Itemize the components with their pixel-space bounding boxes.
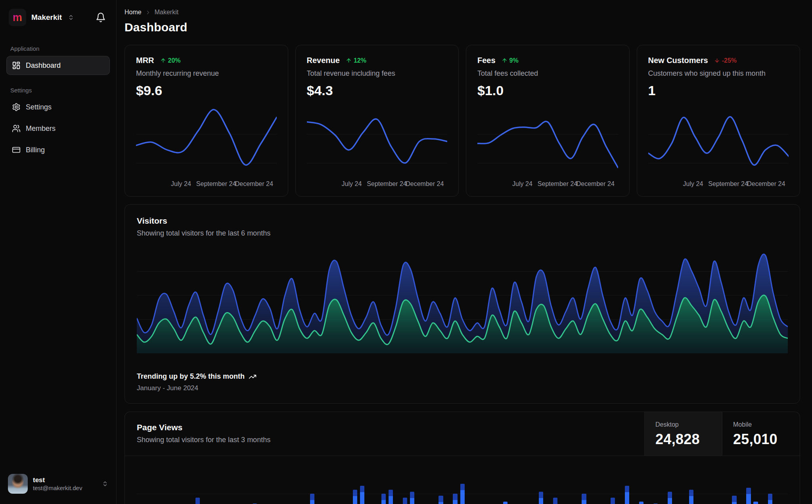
workspace-switcher[interactable]: m Makerkit	[9, 9, 74, 26]
trend-text: Trending up by 5.2% this month	[137, 372, 245, 381]
stat-card-revenue: Revenue 12% Total revenue including fees…	[295, 45, 459, 197]
stat-subtitle: Total revenue including fees	[307, 69, 448, 78]
visitors-date-range: January - June 2024	[137, 384, 788, 392]
sidebar-item-label: Members	[26, 125, 56, 133]
stat-title: Fees	[477, 56, 496, 65]
user-email: test@makerkit.dev	[33, 484, 82, 492]
sidebar: m Makerkit Application Dashboard Setting…	[0, 0, 117, 504]
page-views-bar-chart	[137, 456, 788, 504]
mobile-value: 25,010	[733, 431, 800, 448]
revenue-sparkline-chart	[307, 102, 448, 178]
desktop-label: Desktop	[655, 421, 722, 428]
arrow-up-icon	[346, 57, 352, 63]
x-axis-ticks: July 24 September 24 December 24	[136, 180, 277, 190]
trend-badge: -25%	[714, 57, 737, 64]
makerkit-logo: m	[9, 9, 26, 26]
breadcrumb-home-link[interactable]: Home	[124, 9, 142, 16]
x-tick: September 24	[196, 180, 236, 188]
trending-up-icon	[249, 373, 257, 381]
x-tick: July 24	[512, 180, 532, 188]
sidebar-item-dashboard[interactable]: Dashboard	[6, 56, 110, 75]
stat-value: $1.0	[477, 83, 618, 98]
nav-section-settings: Settings	[10, 87, 106, 94]
chevron-right-icon	[145, 10, 151, 15]
stat-subtitle: Monthly recurring revenue	[136, 69, 277, 78]
new-customers-sparkline-chart	[648, 102, 789, 178]
x-tick: December 24	[747, 180, 785, 188]
x-tick: September 24	[367, 180, 407, 188]
stat-subtitle: Total fees collected	[477, 69, 618, 78]
breadcrumb-current: Makerkit	[155, 9, 178, 16]
trend-value: 9%	[509, 57, 519, 64]
breadcrumb: Home Makerkit	[124, 9, 800, 16]
trend-badge: 12%	[346, 57, 366, 64]
visitors-subtitle: Showing total visitors for the last 6 mo…	[137, 229, 788, 238]
visitors-card: Visitors Showing total visitors for the …	[124, 204, 800, 404]
stat-title: New Customers	[648, 56, 708, 65]
desktop-value: 24,828	[655, 431, 722, 448]
layout-dashboard-icon	[12, 61, 21, 70]
stats-row: MRR 20% Monthly recurring revenue $9.6 J…	[124, 45, 800, 197]
fees-sparkline-chart	[477, 102, 618, 178]
page-views-header: Page Views Showing total visitors for th…	[125, 412, 800, 456]
stat-title: MRR	[136, 56, 154, 65]
trend-value: 20%	[168, 57, 181, 64]
x-tick: December 24	[576, 180, 615, 188]
main-content: Home Makerkit Dashboard MRR 20% Monthly …	[117, 0, 812, 504]
x-tick: July 24	[171, 180, 191, 188]
x-tick: December 24	[406, 180, 444, 188]
x-tick: July 24	[683, 180, 703, 188]
gear-icon	[12, 103, 21, 111]
page-views-title: Page Views	[137, 423, 632, 432]
sidebar-item-settings[interactable]: Settings	[6, 98, 110, 117]
mrr-sparkline-chart	[136, 102, 277, 178]
stat-card-mrr: MRR 20% Monthly recurring revenue $9.6 J…	[124, 45, 288, 197]
x-tick: September 24	[708, 180, 748, 188]
nav-section-application: Application	[10, 45, 106, 52]
page-title: Dashboard	[124, 21, 800, 34]
stat-card-new-customers: New Customers -25% Customers who signed …	[637, 45, 801, 197]
user-menu-button[interactable]: test test@makerkit.dev	[6, 471, 110, 496]
chevrons-up-down-icon	[102, 481, 108, 487]
x-axis-ticks: July 24 September 24 December 24	[648, 180, 789, 190]
arrow-up-icon	[160, 57, 166, 63]
stat-card-fees: Fees 9% Total fees collected $1.0 July 2…	[466, 45, 630, 197]
trend-badge: 9%	[502, 57, 519, 64]
sidebar-nav: Application Dashboard Settings Settings …	[6, 28, 110, 162]
x-tick: December 24	[235, 180, 273, 188]
sidebar-item-members[interactable]: Members	[6, 119, 110, 138]
logo-letter: m	[13, 12, 22, 23]
visitors-trend-line: Trending up by 5.2% this month	[137, 372, 788, 381]
x-axis-ticks: July 24 September 24 December 24	[307, 180, 448, 190]
arrow-up-icon	[502, 57, 508, 63]
stat-value: $9.6	[136, 83, 277, 98]
sidebar-item-label: Billing	[26, 146, 45, 154]
x-axis-ticks: July 24 September 24 December 24	[477, 180, 618, 190]
arrow-down-icon	[714, 57, 720, 63]
user-avatar	[8, 474, 28, 494]
page-views-card: Page Views Showing total visitors for th…	[124, 412, 800, 504]
sidebar-item-label: Settings	[26, 103, 52, 111]
credit-card-icon	[12, 146, 21, 154]
bell-icon	[96, 12, 106, 23]
notifications-button[interactable]	[94, 11, 107, 24]
trend-badge: 20%	[160, 57, 181, 64]
mobile-toggle[interactable]: Mobile 25,010	[722, 412, 800, 456]
workspace-name: Makerkit	[31, 13, 62, 22]
stat-title: Revenue	[307, 56, 340, 65]
sidebar-item-label: Dashboard	[26, 61, 61, 70]
trend-value: -25%	[722, 57, 737, 64]
visitors-area-chart	[137, 249, 788, 353]
x-tick: September 24	[538, 180, 578, 188]
mobile-label: Mobile	[733, 421, 800, 428]
users-icon	[12, 124, 21, 133]
trend-value: 12%	[354, 57, 366, 64]
user-name: test	[33, 476, 82, 484]
desktop-toggle[interactable]: Desktop 24,828	[644, 412, 722, 456]
stat-subtitle: Customers who signed up this month	[648, 69, 789, 78]
stat-value: $4.3	[307, 83, 448, 98]
x-tick: July 24	[342, 180, 362, 188]
page-views-subtitle: Showing total visitors for the last 3 mo…	[137, 436, 632, 444]
sidebar-item-billing[interactable]: Billing	[6, 140, 110, 159]
visitors-title: Visitors	[137, 216, 788, 226]
